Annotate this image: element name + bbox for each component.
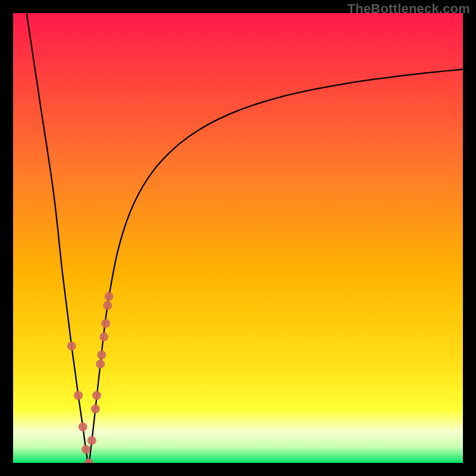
data-marker <box>87 436 96 445</box>
data-marker <box>74 391 83 400</box>
data-marker <box>101 319 110 328</box>
data-marker <box>91 405 100 414</box>
data-marker <box>82 445 90 454</box>
data-marker <box>67 342 76 350</box>
data-marker <box>105 292 114 301</box>
data-marker <box>96 359 105 368</box>
data-marker <box>103 301 112 310</box>
data-marker <box>99 333 108 342</box>
plot-area <box>13 13 463 463</box>
chart-svg <box>13 13 463 463</box>
data-marker <box>97 350 106 359</box>
chart-frame: TheBottleneck.com <box>0 0 476 476</box>
data-marker <box>79 422 87 431</box>
data-marker <box>92 391 101 400</box>
